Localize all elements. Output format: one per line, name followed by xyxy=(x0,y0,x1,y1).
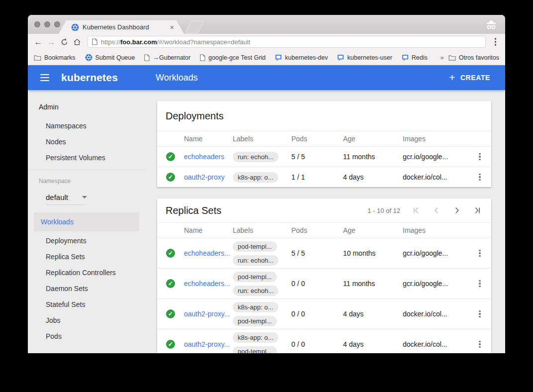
url-path: /#/workload?namespace=default xyxy=(157,38,251,46)
app-header: kubernetes Workloads + CREATE xyxy=(28,65,505,90)
bookmark-label: kubernetes-dev xyxy=(285,54,328,61)
labels-cell: k8s-app: o...pod-templ... xyxy=(233,332,291,354)
bookmark-item[interactable]: kubernetes-user xyxy=(337,54,392,61)
status-ok-icon: ✓ xyxy=(166,309,175,318)
bookmark-item[interactable]: google-gce Test Grid xyxy=(200,54,266,61)
folder-icon xyxy=(448,55,456,61)
pods-cell: 0 / 0 xyxy=(291,280,343,288)
resource-name-link[interactable]: oauth2-proxy... xyxy=(184,310,233,318)
resource-name-link[interactable]: oauth2-proxy... xyxy=(184,340,233,348)
browser-tab[interactable]: Kubernetes Dashboard × xyxy=(59,20,184,34)
sidebar-item-stateful-sets[interactable]: Stateful Sets xyxy=(28,296,145,312)
namespace-select[interactable]: default xyxy=(46,190,85,205)
deployments-card: Deployments Name Labels Pods Age Images … xyxy=(157,101,491,187)
sidebar-item-replication-controllers[interactable]: Replication Controllers xyxy=(28,265,145,281)
replica-sets-rows: ✓ echoheaders... pod-templ...run: echoh.… xyxy=(157,238,491,353)
page-security-icon[interactable] xyxy=(92,38,97,45)
sidebar-item-nodes[interactable]: Nodes xyxy=(28,134,145,150)
sidebar-item-deployments[interactable]: Deployments xyxy=(28,233,145,249)
pods-cell: 0 / 0 xyxy=(291,310,343,318)
label-chip: pod-templ... xyxy=(233,241,277,252)
bookmark-item[interactable]: Submit Queue xyxy=(85,54,135,61)
bookmark-label: Bookmarks xyxy=(44,54,76,61)
pods-cell: 5 / 5 xyxy=(291,153,343,161)
back-button[interactable]: ← xyxy=(32,38,45,46)
url-host: foo.bar.com xyxy=(120,38,157,46)
sidebar-item-namespaces[interactable]: Namespaces xyxy=(28,118,145,134)
row-menu-button[interactable] xyxy=(477,151,483,163)
bookmark-item[interactable]: kubernetes-dev xyxy=(275,54,328,61)
kubernetes-logo[interactable]: kubernetes xyxy=(61,72,118,84)
minimize-window-button[interactable] xyxy=(44,21,50,27)
column-age: Age xyxy=(343,135,403,143)
row-menu-button[interactable] xyxy=(477,308,483,320)
create-button[interactable]: + CREATE xyxy=(449,73,490,83)
new-tab-button[interactable] xyxy=(185,21,204,33)
window-controls xyxy=(34,21,60,27)
pagination: 1 - 10 of 12 xyxy=(367,205,483,216)
close-window-button[interactable] xyxy=(34,21,40,27)
browser-menu-button[interactable] xyxy=(490,36,502,48)
label-chip: run: echoh... xyxy=(233,286,278,296)
resource-name-link[interactable]: oauth2-proxy xyxy=(184,173,233,181)
table-row: ✓ oauth2-proxy... k8s-app: o...pod-templ… xyxy=(157,298,491,329)
app-body: Admin NamespacesNodesPersistent Volumes … xyxy=(28,90,505,353)
address-bar[interactable]: https://foo.bar.com/#/workload?namespace… xyxy=(88,36,486,48)
resource-name-link[interactable]: echoheaders... xyxy=(184,249,233,257)
next-page-button[interactable] xyxy=(451,205,462,216)
sidebar-item-admin[interactable]: Admin xyxy=(28,90,145,112)
previous-page-button[interactable] xyxy=(431,205,442,216)
row-menu-button[interactable] xyxy=(477,172,483,183)
window-titlebar: Kubernetes Dashboard × xyxy=(28,15,505,34)
url-text: https://foo.bar.com/#/workload?namespace… xyxy=(101,38,250,46)
sidebar-item-persistent-volumes[interactable]: Persistent Volumes xyxy=(28,150,145,166)
hamburger-menu-icon[interactable] xyxy=(40,74,49,81)
other-bookmarks-folder[interactable]: Otros favoritos xyxy=(448,54,499,61)
label-chip: pod-templ... xyxy=(233,346,277,354)
sidebar-item-replica-sets[interactable]: Replica Sets xyxy=(28,249,145,265)
resource-name-link[interactable]: echoheaders xyxy=(184,153,233,161)
bookmark-item[interactable]: Bookmarks xyxy=(34,54,76,61)
last-page-button[interactable] xyxy=(472,205,483,216)
bookmark-label: Submit Queue xyxy=(95,54,135,61)
url-scheme: https:// xyxy=(101,38,120,46)
bookmarks-bar: Bookmarks Submit Queue →Gubernator googl… xyxy=(28,50,505,65)
status-ok-icon: ✓ xyxy=(166,249,175,258)
sidebar-divider xyxy=(28,170,145,170)
bookmarks-overflow-chevron[interactable]: » xyxy=(440,54,443,61)
reload-button[interactable] xyxy=(58,38,71,46)
bookmark-item[interactable]: →Gubernator xyxy=(144,54,190,61)
label-chip: run: echoh... xyxy=(233,152,278,162)
labels-cell: pod-templ...run: echoh... xyxy=(233,272,291,296)
age-cell: 4 days xyxy=(343,173,403,181)
sidebar-item-jobs[interactable]: Jobs xyxy=(28,312,145,328)
age-cell: 4 days xyxy=(343,310,403,318)
deployments-title: Deployments xyxy=(166,110,483,122)
label-chip: k8s-app: o... xyxy=(233,302,278,312)
first-page-button[interactable] xyxy=(411,205,422,216)
column-labels: Labels xyxy=(233,226,291,234)
bookmark-label: google-gce Test Grid xyxy=(208,54,266,61)
resource-name-link[interactable]: echoheaders... xyxy=(184,280,233,288)
admin-items: NamespacesNodesPersistent Volumes xyxy=(28,118,145,166)
sidebar-item-workloads[interactable]: Workloads xyxy=(34,212,139,231)
images-cell: gcr.io/google... xyxy=(403,153,468,161)
sidebar-item-daemon-sets[interactable]: Daemon Sets xyxy=(28,281,145,296)
zoom-window-button[interactable] xyxy=(54,21,60,27)
labels-cell: pod-templ...run: echoh... xyxy=(233,241,291,266)
status-ok-icon: ✓ xyxy=(166,340,175,349)
chat-icon xyxy=(402,54,409,61)
age-cell: 11 months xyxy=(343,280,403,288)
home-button[interactable] xyxy=(71,38,84,46)
row-menu-button[interactable] xyxy=(477,339,483,350)
status-ok-icon: ✓ xyxy=(166,279,175,288)
forward-button: → xyxy=(45,38,58,46)
row-menu-button[interactable] xyxy=(477,278,483,290)
sidebar-item-pods[interactable]: Pods xyxy=(28,328,145,344)
pagination-range: 1 - 10 of 12 xyxy=(367,207,400,214)
page-title: Workloads xyxy=(156,73,198,83)
column-images: Images xyxy=(403,226,468,234)
row-menu-button[interactable] xyxy=(477,248,483,259)
bookmark-item[interactable]: Redis xyxy=(402,54,428,61)
tab-close-icon[interactable]: × xyxy=(170,24,174,31)
